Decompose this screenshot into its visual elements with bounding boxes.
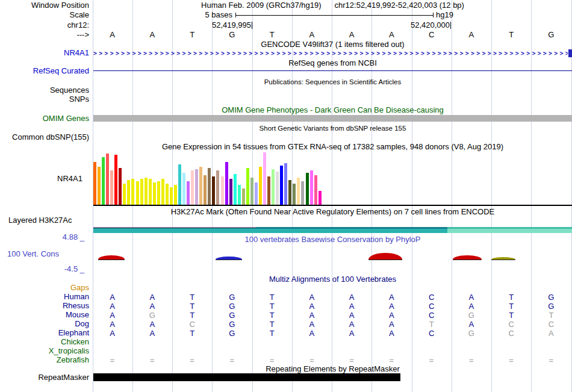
- alignment-base: A: [309, 320, 315, 329]
- omim-gene-bar[interactable]: [93, 115, 572, 122]
- gtex-bar[interactable]: [288, 180, 291, 205]
- gtex-bar[interactable]: [310, 170, 313, 205]
- gtex-bar[interactable]: [106, 154, 109, 205]
- gtex-bar[interactable]: [225, 162, 228, 205]
- gtex-bar[interactable]: [314, 175, 317, 205]
- reference-base: A: [150, 31, 155, 39]
- cons-track-label[interactable]: 100 Vert. Cons: [7, 250, 59, 258]
- gtex-gene-label[interactable]: NR4A1: [0, 175, 82, 183]
- species-label-elephant[interactable]: Elephant: [0, 329, 89, 337]
- species-label-chicken[interactable]: Chicken: [0, 338, 89, 346]
- alignment-base: A: [389, 320, 394, 329]
- gtex-bar[interactable]: [127, 180, 130, 205]
- alignment-base: =: [309, 356, 314, 365]
- snps-label[interactable]: SNPs: [0, 95, 89, 104]
- gtex-bar[interactable]: [170, 187, 173, 205]
- omim-genes-label[interactable]: OMIM Genes: [0, 114, 89, 123]
- gtex-bar[interactable]: [238, 185, 241, 205]
- gtex-bar[interactable]: [187, 181, 190, 205]
- gtex-bar[interactable]: [306, 173, 309, 205]
- gtex-bar[interactable]: [297, 178, 300, 205]
- gtex-bar[interactable]: [136, 181, 139, 205]
- gtex-bar[interactable]: [272, 169, 275, 205]
- gtex-bar[interactable]: [166, 184, 169, 205]
- gtex-bar[interactable]: [212, 176, 215, 205]
- conservation-peak: [453, 255, 482, 260]
- gtex-bar[interactable]: [293, 184, 296, 205]
- reference-base: G: [548, 31, 554, 39]
- alignment-base: T: [270, 311, 275, 320]
- gtex-bar[interactable]: [259, 167, 262, 205]
- conservation-baseline: [368, 260, 402, 260]
- common-dbsnp-label[interactable]: Common dbSNP(155): [0, 133, 89, 142]
- h3k27ac-track-title: H3K27Ac Mark (Often Found Near Active Re…: [93, 208, 572, 216]
- gtex-bar[interactable]: [191, 170, 194, 205]
- gtex-bar[interactable]: [216, 170, 219, 205]
- gtex-bar[interactable]: [145, 178, 148, 205]
- gtex-bar[interactable]: [153, 182, 156, 205]
- gtex-bar[interactable]: [284, 163, 287, 205]
- repeatmasker-track-title: Repeating Elements by RepeatMasker: [93, 365, 572, 373]
- gtex-bar[interactable]: [280, 166, 283, 205]
- gtex-bar[interactable]: [182, 173, 185, 205]
- gtex-bar[interactable]: [242, 188, 245, 205]
- species-label-dog[interactable]: Dog: [0, 320, 89, 328]
- gtex-bar[interactable]: [93, 162, 96, 205]
- gtex-bar[interactable]: [102, 157, 105, 205]
- layered-h3k27ac-label[interactable]: Layered H3K27Ac: [8, 216, 72, 225]
- h3k27ac-strip[interactable]: [93, 227, 572, 233]
- alignment-base: =: [549, 356, 554, 365]
- species-label-mouse[interactable]: Mouse: [0, 311, 89, 319]
- gencode-gene-label[interactable]: NR4A1: [0, 49, 89, 57]
- coord-left-tick: [252, 22, 252, 29]
- species-label-rhesus[interactable]: Rhesus: [0, 302, 89, 310]
- gaps-label[interactable]: Gaps: [0, 284, 89, 292]
- alignment-base: A: [309, 329, 315, 338]
- gtex-bar[interactable]: [319, 191, 322, 205]
- refseq-gene-line[interactable]: [93, 70, 572, 71]
- gtex-bar[interactable]: [195, 169, 198, 205]
- gtex-bar[interactable]: [161, 179, 164, 205]
- gtex-bar[interactable]: [208, 168, 211, 205]
- gtex-bar[interactable]: [263, 152, 266, 205]
- gene-arrows[interactable]: >>>>>>>>>>>>>>>>>>>>>>>>>>>>>>>>>>>>>>>>…: [93, 49, 568, 57]
- gene-exon-block[interactable]: [568, 49, 572, 57]
- gtex-bars[interactable]: [93, 151, 328, 205]
- gtex-bar[interactable]: [174, 185, 177, 205]
- gtex-bar[interactable]: [199, 167, 202, 205]
- gtex-bar[interactable]: [204, 175, 207, 205]
- gtex-bar[interactable]: [221, 176, 224, 205]
- gtex-bar[interactable]: [98, 167, 101, 205]
- alignment-base: C: [189, 320, 194, 329]
- alignment-base: C: [508, 329, 514, 338]
- repeatmasker-bar[interactable]: [93, 373, 400, 381]
- refseq-curated-label[interactable]: RefSeq Curated: [0, 67, 89, 75]
- gtex-bar[interactable]: [178, 164, 181, 205]
- gtex-bar[interactable]: [131, 179, 134, 205]
- gtex-bar[interactable]: [140, 179, 143, 205]
- gtex-bar[interactable]: [157, 181, 160, 205]
- gtex-bar[interactable]: [255, 182, 258, 205]
- gtex-bar[interactable]: [234, 174, 237, 205]
- repeatmasker-label[interactable]: RepeatMasker: [0, 373, 89, 382]
- reference-base: A: [469, 31, 474, 39]
- gtex-bar[interactable]: [267, 176, 270, 205]
- species-label-zebrafish[interactable]: Zebrafish: [0, 356, 89, 364]
- species-label-x_tropicalis[interactable]: X_tropicalis: [0, 347, 89, 355]
- alignment-base: G: [468, 329, 474, 338]
- gtex-bar[interactable]: [123, 184, 126, 205]
- gtex-bar[interactable]: [119, 168, 122, 205]
- gtex-bar[interactable]: [276, 172, 279, 205]
- gtex-bar[interactable]: [149, 179, 152, 205]
- gtex-bar[interactable]: [229, 179, 232, 205]
- gtex-bar[interactable]: [250, 178, 253, 205]
- gtex-bar[interactable]: [110, 170, 113, 205]
- species-label-human[interactable]: Human: [0, 293, 89, 301]
- alignment-base: G: [548, 293, 554, 302]
- gtex-bar[interactable]: [246, 168, 249, 205]
- gtex-bar[interactable]: [301, 181, 304, 205]
- gtex-bar[interactable]: [114, 155, 117, 205]
- alignment-base: T: [549, 311, 553, 320]
- alignment-base: A: [389, 293, 394, 302]
- sequences-label[interactable]: Sequences: [0, 86, 89, 95]
